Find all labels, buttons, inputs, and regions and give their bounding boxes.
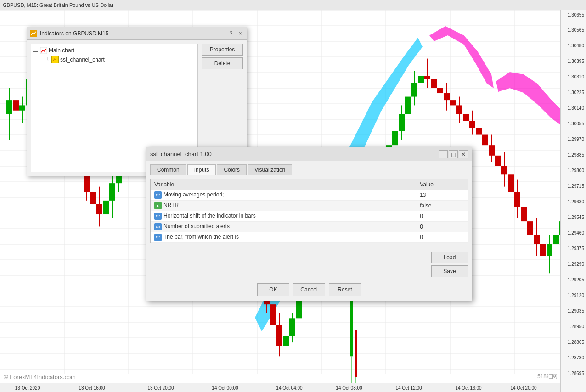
price-label-21: 1.28865 <box>568 340 584 345</box>
price-label-8: 1.29970 <box>568 137 584 142</box>
price-label-1: 1.30565 <box>568 28 584 33</box>
time-label-4: 14 Oct 04:00 <box>276 386 302 391</box>
variable-cell: 123Moving averages period; <box>151 190 416 201</box>
ok-button[interactable]: OK <box>257 283 289 296</box>
price-axis: 1.30655 1.30565 1.30480 1.30395 1.30310 … <box>560 10 586 392</box>
delete-button[interactable]: Delete <box>202 57 243 69</box>
properties-titlebar: ssl_channel_chart 1.00 — □ × <box>146 147 472 161</box>
properties-dialog-title: ssl_channel_chart 1.00 <box>150 151 212 157</box>
watermark: © ForexMT4Indicators.com <box>4 374 76 381</box>
time-label-5: 14 Oct 08:00 <box>336 386 362 391</box>
properties-dialog: ssl_channel_chart 1.00 — □ × Common Inpu… <box>146 147 472 301</box>
variable-cell: 123Number of submitted alerts <box>151 222 416 232</box>
time-axis: 13 Oct 2020 13 Oct 16:00 13 Oct 20:00 14… <box>0 383 560 392</box>
table-row: 123Number of submitted alerts0 <box>151 222 468 232</box>
price-label-6: 1.30140 <box>568 106 584 111</box>
time-label-2: 13 Oct 20:00 <box>147 386 174 391</box>
save-button[interactable]: Save <box>431 265 468 277</box>
tree-toggle[interactable]: ▬ <box>33 48 39 53</box>
properties-content: Variable Value 123Moving averages period… <box>146 175 472 247</box>
var-type-icon: 123 <box>154 191 162 199</box>
chart-title-bar: GBPUSD, M15: Great Britain Pound vs US D… <box>0 0 586 10</box>
variable-cell: ►NRTR <box>151 201 416 211</box>
indicators-dialog-title: Indicators on GBPUSD,M15 <box>40 30 108 37</box>
tab-inputs[interactable]: Inputs <box>187 164 216 175</box>
inputs-table: Variable Value 123Moving averages period… <box>151 179 468 243</box>
time-label-7: 14 Oct 16:00 <box>455 386 481 391</box>
tree-indicator-label: ssl_channel_chart <box>60 56 105 63</box>
indicator-icon <box>51 56 59 63</box>
price-label-23: 1.28695 <box>568 371 584 376</box>
var-type-icon: ► <box>154 202 162 209</box>
price-label-0: 1.30655 <box>568 12 584 17</box>
tab-common[interactable]: Common <box>150 164 186 175</box>
table-row: 123Moving averages period;13 <box>151 190 468 201</box>
col-variable: Variable <box>151 179 416 190</box>
properties-footer: Load Save <box>146 247 472 280</box>
logo-bottom-right: 518汇网 <box>537 373 558 381</box>
prop-close-button[interactable]: × <box>459 150 468 158</box>
price-label-19: 1.29035 <box>568 308 584 314</box>
reset-button[interactable]: Reset <box>329 283 361 296</box>
time-label-6: 14 Oct 12:00 <box>395 386 422 391</box>
prop-minimize-button[interactable]: — <box>439 150 448 158</box>
time-label-3: 14 Oct 00:00 <box>212 386 238 391</box>
price-label-5: 1.30225 <box>568 90 584 95</box>
tab-colors[interactable]: Colors <box>217 164 247 175</box>
tree-chart-icon <box>40 47 47 54</box>
price-label-10: 1.29800 <box>568 168 584 173</box>
value-cell: 0 <box>416 222 468 232</box>
table-row: 123The bar, from which the alert is0 <box>151 232 468 243</box>
price-label-2: 1.30480 <box>568 43 584 48</box>
variable-cell: 123The bar, from which the alert is <box>151 232 416 243</box>
time-label-1: 13 Oct 16:00 <box>79 386 105 391</box>
price-label-15: 1.29375 <box>568 246 584 251</box>
value-cell: false <box>416 201 468 211</box>
prop-side-buttons: Load Save <box>431 252 468 277</box>
value-cell: 0 <box>416 211 468 222</box>
prop-bottom-row: OK Cancel Reset <box>146 280 472 301</box>
price-label-22: 1.28780 <box>568 355 584 360</box>
price-label-14: 1.29460 <box>568 230 584 235</box>
dialog-title-left: Indicators on GBPUSD,M15 <box>30 30 108 37</box>
value-cell: 0 <box>416 232 468 243</box>
var-type-icon: 123 <box>154 223 162 230</box>
price-label-11: 1.29715 <box>568 184 584 189</box>
prop-title-controls: — □ × <box>439 150 468 158</box>
col-value: Value <box>416 179 468 190</box>
indicators-close-button[interactable]: × <box>237 30 244 37</box>
variable-cell: 123Horizontal shift of the indicator in … <box>151 211 416 222</box>
time-label-0: 13 Oct 2020 <box>15 386 40 391</box>
price-label-12: 1.29630 <box>568 199 584 204</box>
load-button[interactable]: Load <box>431 252 468 263</box>
price-label-4: 1.30310 <box>568 74 584 79</box>
price-label-7: 1.30055 <box>568 121 584 126</box>
price-label-9: 1.29885 <box>568 152 584 157</box>
properties-tabs: Common Inputs Colors Visualization <box>146 161 472 175</box>
time-label-8: 14 Oct 20:00 <box>510 386 536 391</box>
dialog-title-controls: ? × <box>227 30 244 37</box>
price-label-18: 1.29120 <box>568 293 584 298</box>
price-label-20: 1.28950 <box>568 324 584 329</box>
svg-rect-0 <box>40 47 47 54</box>
price-label-17: 1.29205 <box>568 277 584 282</box>
table-row: 123Horizontal shift of the indicator in … <box>151 211 468 222</box>
value-cell: 13 <box>416 190 468 201</box>
properties-button[interactable]: Properties <box>202 44 243 56</box>
var-type-icon: 123 <box>154 213 162 220</box>
prop-maximize-button[interactable]: □ <box>449 150 458 158</box>
dialog-icon <box>30 30 37 37</box>
tree-indicator-item[interactable]: └ ssl_channel_chart <box>33 55 196 64</box>
inputs-table-wrapper: Variable Value 123Moving averages period… <box>150 179 468 243</box>
footer-spacer <box>150 250 431 277</box>
tree-main-chart: ▬ Main chart <box>33 46 196 55</box>
indicators-dialog-titlebar: Indicators on GBPUSD,M15 ? × <box>27 27 247 40</box>
price-label-3: 1.30395 <box>568 59 584 64</box>
cancel-button[interactable]: Cancel <box>293 283 325 296</box>
chart-title: GBPUSD, M15: Great Britain Pound vs US D… <box>3 2 113 8</box>
indicators-help-button[interactable]: ? <box>227 30 235 37</box>
tab-visualization[interactable]: Visualization <box>248 164 292 175</box>
tree-child-line: └ <box>46 57 49 62</box>
table-row: ►NRTRfalse <box>151 201 468 211</box>
price-label-13: 1.29545 <box>568 215 584 220</box>
